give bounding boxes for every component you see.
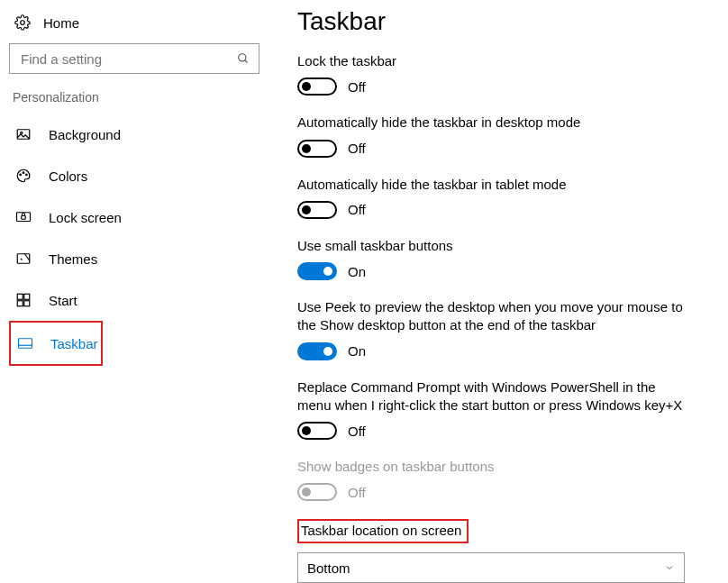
toggle-state: Off: [348, 485, 366, 500]
taskbar-icon: [16, 335, 34, 351]
search-input[interactable]: [19, 50, 237, 68]
svg-rect-11: [17, 294, 23, 299]
svg-point-0: [21, 21, 25, 25]
search-input-container[interactable]: [9, 43, 259, 74]
svg-point-7: [26, 174, 28, 176]
toggle-powershell[interactable]: [297, 422, 337, 440]
svg-rect-9: [22, 216, 26, 220]
sidebar-item-start[interactable]: Start: [9, 279, 259, 321]
toggle-peek[interactable]: [297, 342, 337, 360]
gear-icon: [14, 14, 31, 31]
setting-label-badges: Show badges on taskbar buttons: [297, 458, 685, 476]
sidebar-item-label: Start: [49, 293, 77, 308]
dropdown-value: Bottom: [307, 560, 350, 576]
sidebar-item-colors[interactable]: Colors: [9, 155, 259, 196]
setting-label-hide-tablet: Automatically hide the taskbar in tablet…: [297, 176, 685, 194]
sidebar-item-themes[interactable]: Themes: [9, 238, 259, 279]
svg-rect-12: [24, 294, 30, 299]
themes-icon: [14, 251, 32, 267]
main-content: Taskbar Lock the taskbar Off Automatical…: [270, 0, 728, 583]
svg-rect-13: [17, 301, 23, 306]
toggle-state: Off: [348, 141, 366, 156]
toggle-badges: [297, 483, 337, 501]
toggle-state: On: [348, 264, 366, 279]
section-header: Personalization: [9, 90, 270, 114]
sidebar-item-taskbar[interactable]: Taskbar: [11, 323, 101, 364]
toggle-state: Off: [348, 424, 366, 439]
toggle-small-buttons[interactable]: [297, 262, 337, 280]
toggle-hide-tablet[interactable]: [297, 201, 337, 219]
location-title-highlight: Taskbar location on screen: [297, 519, 469, 543]
svg-point-6: [23, 172, 24, 174]
svg-rect-14: [24, 301, 30, 306]
setting-label-powershell: Replace Command Prompt with Windows Powe…: [297, 378, 685, 415]
svg-rect-15: [19, 339, 32, 349]
sidebar-item-label: Background: [49, 127, 121, 142]
svg-rect-8: [17, 213, 31, 222]
sidebar-item-background[interactable]: Background: [9, 114, 259, 155]
setting-label-lock: Lock the taskbar: [297, 52, 685, 70]
search-icon: [237, 52, 250, 65]
sidebar: Home Personalization Background: [0, 0, 270, 583]
home-nav[interactable]: Home: [9, 9, 270, 43]
setting-label-hide-desktop: Automatically hide the taskbar in deskto…: [297, 114, 685, 132]
toggle-state: On: [348, 343, 366, 359]
sidebar-item-label: Lock screen: [49, 210, 122, 225]
location-title: Taskbar location on screen: [301, 523, 461, 538]
sidebar-item-label: Taskbar: [50, 336, 98, 351]
svg-point-1: [239, 54, 246, 61]
home-label: Home: [43, 15, 79, 31]
picture-icon: [14, 126, 32, 142]
toggle-state: Off: [348, 79, 366, 95]
sidebar-item-lock-screen[interactable]: Lock screen: [9, 196, 259, 238]
svg-line-2: [245, 60, 248, 63]
location-dropdown[interactable]: Bottom: [297, 552, 685, 583]
setting-label-peek: Use Peek to preview the desktop when you…: [297, 298, 685, 335]
toggle-hide-desktop[interactable]: [297, 140, 337, 158]
start-icon: [14, 292, 32, 308]
toggle-lock[interactable]: [297, 77, 337, 96]
toggle-state: Off: [348, 202, 366, 217]
sidebar-item-label: Colors: [49, 169, 87, 184]
page-title: Taskbar: [297, 7, 701, 36]
chevron-down-icon: [664, 562, 675, 573]
setting-label-small-buttons: Use small taskbar buttons: [297, 237, 685, 255]
sidebar-item-label: Themes: [49, 251, 97, 267]
svg-point-5: [20, 174, 22, 176]
lock-screen-icon: [14, 209, 32, 225]
sidebar-item-taskbar-highlight: Taskbar: [9, 321, 103, 366]
palette-icon: [14, 168, 32, 184]
